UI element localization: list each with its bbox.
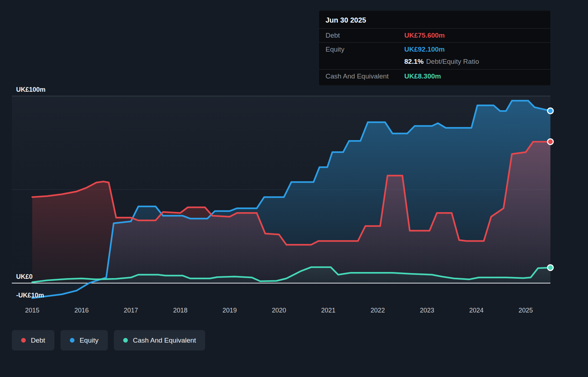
cash-endpoint-marker [548,265,553,271]
tooltip-ratio-value: 82.1% [404,58,424,66]
debt-legend-dot-icon [21,338,26,343]
legend-item-equity[interactable]: Equity [61,330,108,350]
tooltip-equity-value: UK£92.100m [404,46,445,53]
legend: Debt Equity Cash And Equivalent [12,330,205,350]
tooltip-debt-label: Debt [326,32,404,39]
legend-item-cash[interactable]: Cash And Equivalent [114,330,205,350]
tooltip-row-cash: Cash And Equivalent UK£8.300m [319,69,550,83]
legend-label-equity: Equity [79,337,98,344]
tooltip-row-ratio: 82.1% Debt/Equity Ratio [319,56,550,69]
legend-label-debt: Debt [31,337,45,344]
tooltip: Jun 30 2025 Debt UK£75.600m Equity UK£92… [319,11,550,85]
cash-legend-dot-icon [123,338,128,343]
tooltip-cash-value: UK£8.300m [404,72,441,80]
debt-equity-history-chart: UK£100mUK£0-UK£10m 201520162017201820192… [0,0,588,377]
tooltip-cash-label: Cash And Equivalent [326,72,404,80]
tooltip-row-debt: Debt UK£75.600m [319,28,550,42]
debt-endpoint-marker [548,139,553,144]
tooltip-ratio-label: Debt/Equity Ratio [426,58,479,66]
equity-legend-dot-icon [70,338,74,343]
tooltip-date: Jun 30 2025 [319,11,550,28]
legend-item-debt[interactable]: Debt [12,330,54,350]
legend-label-cash: Cash And Equivalent [133,337,196,344]
equity-endpoint-marker [548,108,553,114]
tooltip-equity-label: Equity [326,46,404,53]
tooltip-debt-value: UK£75.600m [404,32,445,39]
tooltip-row-equity: Equity UK£92.100m [319,42,550,56]
